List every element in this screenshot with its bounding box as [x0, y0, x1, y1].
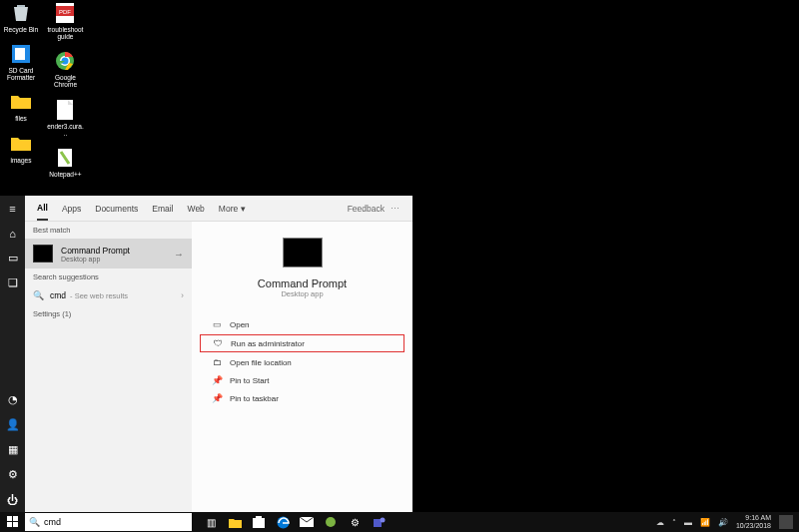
- taskbar-search[interactable]: 🔍: [25, 513, 192, 531]
- search-icon: 🔍: [29, 517, 40, 527]
- web-suggestion[interactable]: 🔍 cmd - See web results ›: [25, 285, 192, 305]
- user-icon[interactable]: 👤: [0, 412, 25, 437]
- desktop-icon-chrome[interactable]: Google Chrome: [46, 50, 84, 88]
- onedrive-icon[interactable]: ☁: [656, 518, 664, 527]
- desktop: Recycle Bin SD Card Formatter files imag…: [2, 2, 86, 188]
- action-open-location[interactable]: 🗀Open file location: [200, 354, 404, 370]
- feedback-link[interactable]: Feedback: [348, 204, 385, 214]
- settings-icon[interactable]: ⚙: [0, 462, 25, 487]
- pin-icon: 📌: [210, 375, 224, 385]
- settings-icon[interactable]: ⚙: [348, 515, 362, 529]
- file-explorer-icon[interactable]: [228, 515, 242, 529]
- search-panel: All Apps Documents Email Web More ▾ Feed…: [25, 196, 412, 512]
- home-icon[interactable]: ⌂: [0, 221, 25, 246]
- desktop-icon-files[interactable]: files: [2, 91, 40, 122]
- task-view-icon[interactable]: ▥: [204, 515, 218, 529]
- cmd-icon: [33, 245, 53, 263]
- arrow-right-icon: →: [174, 249, 184, 260]
- preview-title: Command Prompt: [192, 277, 412, 289]
- tab-documents[interactable]: Documents: [95, 198, 138, 220]
- tab-email[interactable]: Email: [152, 198, 173, 220]
- document-icon[interactable]: ▭: [0, 246, 25, 270]
- best-match-item[interactable]: Command Prompt Desktop app →: [25, 239, 192, 268]
- edge-icon[interactable]: [276, 515, 290, 529]
- date: 10/23/2018: [736, 522, 771, 530]
- desktop-icon-recycle-bin[interactable]: Recycle Bin: [2, 2, 40, 33]
- best-match-title: Command Prompt: [61, 246, 130, 256]
- action-open[interactable]: ▭Open: [200, 316, 404, 332]
- desktop-icon-cura[interactable]: ender3.cura...: [46, 99, 84, 137]
- svg-rect-1: [15, 48, 25, 60]
- taskbar-pinned: ▥ ⚙: [204, 515, 386, 529]
- action-pin-start[interactable]: 📌Pin to Start: [200, 372, 404, 388]
- clock[interactable]: 9:16 AM 10/23/2018: [736, 514, 771, 529]
- taskbar: 🔍 ▥ ⚙ ☁ ˄ ▬ 📶 🔊 9:16 AM 10/23/2018: [0, 512, 799, 532]
- suggestions-header: Search suggestions: [25, 268, 192, 285]
- chevron-up-icon[interactable]: ˄: [672, 518, 676, 527]
- svg-point-18: [326, 517, 336, 527]
- desktop-icon-images[interactable]: images: [2, 133, 40, 164]
- teams-icon[interactable]: [372, 515, 386, 529]
- time: 9:16 AM: [736, 514, 771, 522]
- menu-icon[interactable]: ≡: [0, 196, 25, 221]
- notepadpp-icon: [52, 147, 78, 169]
- admin-icon: 🛡: [211, 338, 225, 348]
- tab-more[interactable]: More ▾: [219, 198, 246, 220]
- svg-rect-14: [253, 518, 265, 528]
- pin-icon: 📌: [210, 393, 224, 403]
- desktop-icon-sdcard[interactable]: SD Card Formatter: [2, 43, 40, 81]
- stack-icon[interactable]: ❑: [0, 270, 25, 295]
- windows-icon: [7, 516, 19, 528]
- settings-header[interactable]: Settings (1): [25, 305, 192, 322]
- green-app-icon[interactable]: [324, 515, 338, 529]
- folder-icon: [8, 91, 34, 113]
- search-tabs: All Apps Documents Email Web More ▾ Feed…: [25, 196, 412, 222]
- network-icon[interactable]: 📶: [700, 518, 710, 527]
- mail-icon[interactable]: [300, 515, 314, 529]
- suggestion-query: cmd: [50, 290, 66, 300]
- icon-label: troubleshoot guide: [46, 26, 84, 40]
- desktop-icon-pdf[interactable]: PDF troubleshoot guide: [46, 2, 84, 40]
- chrome-icon: [52, 50, 78, 72]
- icon-label: SD Card Formatter: [2, 67, 40, 81]
- icon-label: Notepad++: [46, 171, 84, 178]
- pictures-icon[interactable]: ▦: [0, 437, 25, 462]
- battery-icon[interactable]: ▬: [684, 518, 692, 527]
- chevron-down-icon: ▾: [241, 204, 246, 214]
- icon-label: images: [2, 157, 40, 164]
- pdf-icon: PDF: [52, 2, 78, 24]
- recycle-bin-icon: [8, 2, 34, 24]
- icon-label: Google Chrome: [46, 74, 84, 88]
- chevron-right-icon: ›: [181, 290, 184, 300]
- results-list: Best match Command Prompt Desktop app → …: [25, 222, 192, 512]
- tab-all[interactable]: All: [37, 197, 48, 221]
- tab-apps[interactable]: Apps: [62, 198, 81, 220]
- icon-label: files: [2, 115, 40, 122]
- file-icon: [52, 99, 78, 121]
- svg-text:PDF: PDF: [59, 9, 71, 15]
- game-icon[interactable]: ◔: [0, 387, 25, 412]
- action-run-as-admin[interactable]: 🛡Run as administrator: [200, 334, 404, 352]
- volume-icon[interactable]: 🔊: [718, 518, 728, 527]
- svg-rect-12: [7, 522, 12, 527]
- start-rail: ≡ ⌂ ▭ ❑ ◔ 👤 ▦ ⚙ ⏻: [0, 196, 25, 512]
- search-input[interactable]: [44, 517, 184, 527]
- more-icon[interactable]: ⋯: [391, 204, 400, 214]
- best-match-header: Best match: [25, 222, 192, 239]
- result-preview: Command Prompt Desktop app ▭Open 🛡Run as…: [192, 222, 412, 512]
- desktop-icon-notepadpp[interactable]: Notepad++: [46, 147, 84, 178]
- svg-rect-11: [13, 516, 18, 521]
- action-pin-taskbar[interactable]: 📌Pin to taskbar: [200, 390, 404, 406]
- tab-web[interactable]: Web: [188, 198, 205, 220]
- power-icon[interactable]: ⏻: [0, 487, 25, 512]
- action-center-icon[interactable]: [779, 515, 793, 529]
- open-icon: ▭: [210, 319, 224, 329]
- start-button[interactable]: [0, 512, 25, 532]
- sdcard-icon: [8, 43, 34, 65]
- store-icon[interactable]: [252, 515, 266, 529]
- preview-subtitle: Desktop app: [192, 289, 412, 298]
- best-match-subtitle: Desktop app: [61, 256, 130, 263]
- svg-rect-13: [13, 522, 18, 527]
- search-icon: 🔍: [33, 290, 44, 300]
- svg-rect-10: [7, 516, 12, 521]
